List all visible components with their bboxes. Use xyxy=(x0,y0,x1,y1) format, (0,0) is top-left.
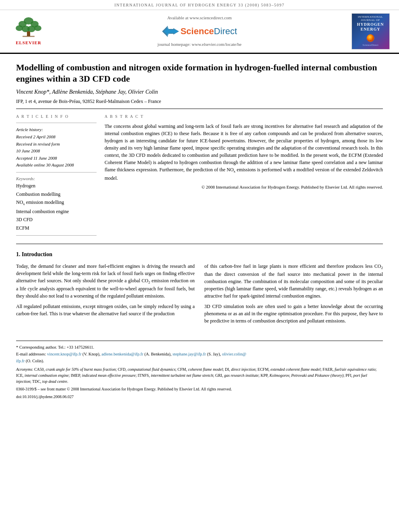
paper-title: Modelling of combustion and nitrogen oxi… xyxy=(16,62,383,84)
intro-body-cols: Today, the demand for cleaner and more f… xyxy=(16,263,383,328)
elsevier-logo-section: ELSEVIER xyxy=(6,13,51,49)
abstract-column: A B S T R A C T The concerns about globa… xyxy=(105,114,383,239)
available-online: Available online 30 August 2008 xyxy=(16,162,74,167)
footer-notes: * Corresponding author. Tel.: +33 147526… xyxy=(16,341,383,399)
introduction-section: 1. Introduction Today, the demand for cl… xyxy=(16,244,383,334)
email-benkenida: adlene.benkenida@ifp.fr xyxy=(101,352,143,356)
svg-rect-8 xyxy=(23,36,35,37)
keywords-list: Hydrogen Combustion modelling NOx emissi… xyxy=(16,182,97,232)
bottom-divider xyxy=(16,235,97,236)
acronyms-note: Acronyms: CA50, crank angle for 50% of b… xyxy=(16,366,383,384)
keywords-label: Keywords: xyxy=(16,176,97,182)
abstract-text: The concerns about global warming and lo… xyxy=(105,123,383,182)
page-wrapper: INTERNATIONAL JOURNAL OF HYDROGEN ENERGY… xyxy=(0,0,399,400)
article-info-label: A R T I C L E I N F O xyxy=(16,114,97,119)
article-info-column: A R T I C L E I N F O Article history: R… xyxy=(16,114,97,239)
article-info-abstract-section: A R T I C L E I N F O Article history: R… xyxy=(16,109,383,244)
email-jay: stephane.jay@ifp.fr xyxy=(173,352,206,356)
svg-point-6 xyxy=(27,26,35,32)
intro-heading: 1. Introduction xyxy=(16,251,383,259)
keyword-nox: NOx emission modelling xyxy=(16,198,97,207)
keyword-3dcfd: 3D CFD xyxy=(16,216,97,224)
intro-col1-para2: All regulated pollutant emissions, excep… xyxy=(16,303,195,317)
journal-cover-publisher: ScienceDirect xyxy=(362,43,378,47)
intro-number: 1. xyxy=(16,251,21,257)
email-label: E-mail addresses: xyxy=(16,352,46,356)
license-text: 0360-3199/$ – see front matter © 2008 In… xyxy=(16,386,383,392)
received2: 10 June 2008 xyxy=(16,148,40,153)
corresponding-author-note: * Corresponding author. Tel.: +33 147526… xyxy=(16,344,383,351)
keyword-combustion: Combustion modelling xyxy=(16,190,97,198)
accepted: Accepted 11 June 2008 xyxy=(16,156,57,160)
paper-affiliation: IFP, 1 et 4, avenue de Bois-Préau, 92852… xyxy=(16,98,383,105)
keyword-ecfm: ECFM xyxy=(16,224,97,232)
keyword-ice: Internal combustion engine xyxy=(16,207,97,216)
sciencedirect-arrows-icon xyxy=(162,26,179,37)
received2-label: Received in revised form xyxy=(16,142,60,146)
article-history-label: Article history: xyxy=(16,127,43,132)
email-colin2: ifp.fr xyxy=(16,359,25,363)
elsevier-label: ELSEVIER xyxy=(16,40,41,46)
abstract-label: A B S T R A C T xyxy=(105,114,383,119)
journal-cover-section: international journal ofHYDROGENENERGY xyxy=(348,13,393,49)
journal-cover-image: international journal ofHYDROGENENERGY xyxy=(352,13,390,49)
svg-point-4 xyxy=(34,25,41,31)
svg-point-3 xyxy=(16,25,23,31)
paper-title-section: Modelling of combustion and nitrogen oxi… xyxy=(16,54,383,109)
email-addresses: vincent.knop@ifp.fr xyxy=(47,352,81,356)
keywords-divider xyxy=(16,172,97,173)
sciencedirect-logo: ScienceDirect xyxy=(162,25,237,38)
journal-bar: INTERNATIONAL JOURNAL OF HYDROGEN ENERGY… xyxy=(0,0,399,10)
header-center: Available at www.sciencedirect.com Scien… xyxy=(56,13,343,49)
journal-cover-title: international journal ofHYDROGENENERGY xyxy=(354,15,388,32)
intro-col1: Today, the demand for cleaner and more f… xyxy=(16,263,195,328)
email-note: E-mail addresses: vincent.knop@ifp.fr (V… xyxy=(16,351,383,365)
journal-cover-orb-icon xyxy=(363,33,378,43)
intro-col2-para1: of this carbon-free fuel in large plants… xyxy=(204,263,383,300)
main-content: Modelling of combustion and nitrogen oxi… xyxy=(0,54,399,400)
paper-authors: Vincent Knop*, Adlène Benkenida, Stéphan… xyxy=(16,88,383,96)
journal-homepage-text: journal homepage: www.elsevier.com/locat… xyxy=(158,41,242,47)
intro-col2: of this carbon-free fuel in large plants… xyxy=(204,263,383,328)
sciencedirect-text: ScienceDirect xyxy=(181,25,237,38)
journal-bar-text: INTERNATIONAL JOURNAL OF HYDROGEN ENERGY… xyxy=(114,3,284,7)
intro-col2-para2: 3D CFD simulation tools are often used t… xyxy=(204,303,383,325)
elsevier-tree-icon xyxy=(14,17,43,39)
doi-text: doi:10.1016/j.ijhydene.2008.06.027 xyxy=(16,394,383,400)
keyword-hydrogen: Hydrogen xyxy=(16,182,97,190)
received1: Received 2 April 2008 xyxy=(16,134,56,139)
intro-title: Introduction xyxy=(22,251,52,257)
intro-col1-para1: Today, the demand for cleaner and more f… xyxy=(16,263,195,300)
svg-rect-7 xyxy=(27,31,30,36)
email-colin: olivier.colin@ xyxy=(222,352,246,356)
header-area: ELSEVIER Available at www.sciencedirect.… xyxy=(0,10,399,54)
article-info-divider xyxy=(16,123,97,123)
available-text: Available at www.sciencedirect.com xyxy=(167,15,232,21)
abstract-copyright: © 2008 International Association for Hyd… xyxy=(105,184,383,190)
article-history: Article history: Received 2 April 2008 R… xyxy=(16,126,97,169)
